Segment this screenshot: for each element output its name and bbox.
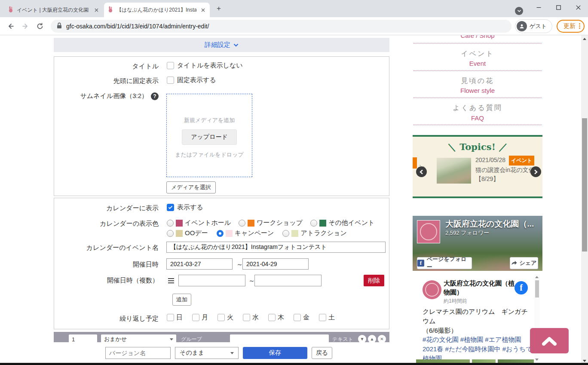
- help-icon[interactable]: ?: [151, 92, 159, 100]
- radio-icon[interactable]: [167, 230, 174, 237]
- color-option-event-hall[interactable]: イベントホール: [167, 219, 231, 227]
- weekday-checkbox[interactable]: [294, 314, 301, 321]
- window-minimize-icon[interactable]: [529, 0, 548, 15]
- weekday-wed[interactable]: 水: [243, 313, 259, 322]
- radio-icon-selected[interactable]: [217, 230, 224, 237]
- scrollbar-thumb[interactable]: [535, 280, 539, 298]
- scroll-up-icon[interactable]: [535, 276, 539, 278]
- save-bar: そのまま 保存 戻る: [47, 342, 390, 364]
- delete-button[interactable]: 削除: [364, 275, 384, 286]
- facebook-post-hashtags[interactable]: #花の文化園 #植物園 #エア植物園 2021春 #ただ今臨時休園中 #おうちで…: [423, 335, 533, 363]
- color-option-campaign[interactable]: キャンペーン: [217, 229, 274, 237]
- topics-item[interactable]: 2021/05/28 イベント 猫の譲渡会in花の文化 【8/29】: [475, 156, 536, 184]
- window-maximize-icon[interactable]: [548, 0, 568, 15]
- reload-icon[interactable]: [34, 20, 46, 32]
- back-icon[interactable]: [5, 20, 17, 32]
- facebook-page-avatar[interactable]: [417, 220, 440, 243]
- carousel-next-icon[interactable]: [530, 166, 541, 177]
- carousel-prev-icon[interactable]: [416, 166, 427, 177]
- scroll-down-icon[interactable]: [535, 359, 539, 361]
- media-dropzone[interactable]: 新規メディアを追加 アップロード またはファイルをドロップ: [166, 94, 252, 177]
- unit-group-input[interactable]: [230, 334, 329, 343]
- page-scrollbar[interactable]: [581, 35, 588, 365]
- sidebar-item-event-en[interactable]: Event: [413, 60, 542, 67]
- multi-date-from-input[interactable]: [178, 275, 245, 286]
- scroll-to-top-button[interactable]: [530, 328, 569, 353]
- browser-tab-2-active[interactable]: 【はなぶん花のかほり2021】Instagra: [104, 3, 210, 17]
- sidebar-item-flower-jp[interactable]: 見頃の花: [413, 77, 542, 86]
- update-chrome-button[interactable]: 更新: [557, 20, 585, 33]
- sidebar-item-cafe-shop[interactable]: Cafe / Shop: [413, 35, 542, 39]
- facebook-post-time: 約1時間前: [444, 298, 467, 305]
- version-name-input[interactable]: [105, 347, 171, 359]
- color-option-label: イベントホール: [185, 219, 231, 227]
- radio-icon[interactable]: [310, 220, 317, 227]
- weekday-mon[interactable]: 月: [192, 313, 208, 322]
- facebook-post-author[interactable]: 大阪府立花の文化園（植物園）: [444, 279, 518, 297]
- date-from-input[interactable]: [166, 258, 233, 270]
- color-option-label: キャンペーン: [235, 229, 274, 237]
- browser-menu-icon[interactable]: [579, 23, 580, 29]
- back-button[interactable]: 戻る: [312, 347, 332, 359]
- weekday-checkbox[interactable]: [243, 314, 250, 321]
- drag-handle-icon[interactable]: [168, 278, 174, 283]
- save-button[interactable]: 保存: [243, 347, 307, 359]
- weekday-sat[interactable]: 土: [319, 313, 335, 322]
- unit-layout-select[interactable]: おまかせ: [101, 334, 176, 343]
- tab-close-icon[interactable]: [93, 6, 100, 13]
- new-tab-button[interactable]: +: [215, 5, 223, 12]
- weekday-tue[interactable]: 火: [217, 313, 233, 322]
- pin-checkbox[interactable]: [167, 77, 174, 84]
- weekday-checkbox[interactable]: [167, 314, 174, 321]
- color-option-workshop[interactable]: ワークショップ: [239, 219, 303, 227]
- facebook-share-button[interactable]: シェア: [510, 257, 538, 269]
- color-option-oo-day[interactable]: OOデー: [167, 229, 208, 237]
- date-to-input[interactable]: [242, 258, 309, 270]
- weekday-thu[interactable]: 木: [268, 313, 284, 322]
- hide-title-checkbox[interactable]: [167, 62, 174, 69]
- weekday-checkbox[interactable]: [217, 314, 225, 321]
- sidebar-item-faq-jp[interactable]: よくある質問: [413, 104, 542, 113]
- facebook-post-avatar[interactable]: [423, 280, 441, 299]
- address-bar[interactable]: gfc-osaka.com/bid/1/cid/13/eid/1074/admi…: [51, 20, 511, 33]
- calendar-show-checkbox[interactable]: [167, 204, 174, 211]
- scroll-up-icon[interactable]: [583, 38, 586, 40]
- profile-button[interactable]: ゲスト: [515, 19, 552, 33]
- forward-icon[interactable]: [19, 20, 31, 32]
- color-option-attraction[interactable]: アトラクション: [282, 229, 346, 237]
- sidebar-item-event-jp[interactable]: イベント: [413, 49, 542, 58]
- unit-count-input[interactable]: [69, 334, 97, 343]
- scrollbar-thumb[interactable]: [582, 118, 587, 252]
- window-close-icon[interactable]: [568, 0, 588, 15]
- radio-icon[interactable]: [282, 230, 289, 237]
- sidebar-item-faq-en[interactable]: FAQ: [413, 114, 542, 122]
- add-date-button[interactable]: 追加: [172, 294, 191, 306]
- advanced-settings-toggle[interactable]: 詳細設定: [54, 38, 389, 52]
- select-media-button[interactable]: メディアを選択: [166, 181, 216, 193]
- sidebar-item-flower-en[interactable]: Flower style: [413, 87, 542, 94]
- radio-icon[interactable]: [239, 220, 245, 227]
- topics-text2[interactable]: 【8/29】: [475, 175, 536, 184]
- topics-text[interactable]: 猫の譲渡会in花の文化: [475, 166, 536, 175]
- multi-date-to-input[interactable]: [254, 275, 322, 286]
- topics-thumbnail[interactable]: [437, 158, 471, 184]
- color-option-other-event[interactable]: その他イベント: [310, 219, 374, 227]
- weekday-fri[interactable]: 金: [294, 313, 309, 322]
- status-select[interactable]: そのまま: [175, 347, 239, 359]
- tab-search-icon[interactable]: [515, 7, 523, 15]
- browser-tab-1[interactable]: イベント | 大阪府立花の文化園: [4, 3, 103, 17]
- weekday-checkbox[interactable]: [268, 314, 276, 321]
- date-label: 開催日時: [54, 261, 159, 269]
- weekday-checkbox[interactable]: [192, 314, 199, 321]
- weekday-checkbox[interactable]: [319, 314, 326, 321]
- upload-button[interactable]: アップロード: [182, 129, 237, 145]
- weekday-sun[interactable]: 日: [167, 313, 183, 322]
- radio-icon[interactable]: [167, 220, 174, 227]
- event-name-input[interactable]: [166, 242, 386, 253]
- facebook-follow-button[interactable]: f ページをフォロー: [417, 257, 472, 269]
- facebook-logo-icon[interactable]: f: [514, 281, 528, 294]
- tab-close-icon[interactable]: [199, 6, 206, 13]
- facebook-page-title[interactable]: 大阪府立花の文化園（...: [445, 218, 542, 230]
- facebook-post: 大阪府立花の文化園（植物園） f 約1時間前 クレマチス園のアリウム ギンガチウ…: [413, 273, 542, 365]
- scroll-down-icon[interactable]: [583, 360, 586, 362]
